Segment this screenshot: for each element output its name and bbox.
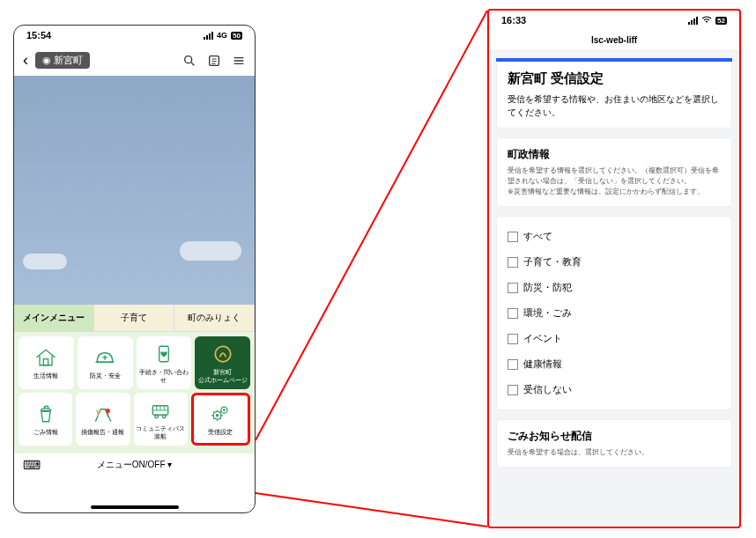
bottom-bar: ⌨ メニューON/OFF ▾ [14,453,255,476]
svg-point-0 [185,55,192,63]
settings-body: 新宮町 受信設定 受信を希望する情報や、お住まいの地区などを選択してください。 … [489,51,739,525]
section-town-info: 町政情報 受信を希望する情報を選択してください。（複数選択可）受信を希望されない… [496,137,732,207]
signal-icon [688,17,698,25]
road-pin-icon [91,402,115,426]
checkbox-icon [508,257,518,268]
section-description: 受信を希望する場合は、選択してください。 [508,447,721,458]
phone-left: 15:54 4G 50 ‹ ◉ 新宮町 メインメニ [13,25,256,513]
grid-label: コミュニティバス 渡船 [136,425,185,440]
checkbox-all[interactable]: すべて [508,224,721,249]
svg-point-15 [41,409,50,412]
webview-title: lsc-web-liff [489,30,739,51]
checkbox-icon [508,232,518,242]
status-right: 4G 50 [204,31,242,40]
page-description: 受信を希望する情報や、お住まいの地区などを選択してください。 [508,92,721,119]
grid-item-procedures[interactable]: 手続き・問い合わせ [137,336,192,389]
grid-item-bus[interactable]: コミュニティバス 渡船 [134,393,188,446]
status-bar-left: 15:54 4G 50 [14,26,255,45]
tab-town-charm[interactable]: 町のみりょく [174,305,255,331]
list-icon[interactable] [207,52,221,70]
grid-item-homepage[interactable]: 新宮町 公式ホームページ [195,336,250,389]
house-icon [33,345,58,370]
checkbox-disaster[interactable]: 防災・防犯 [508,275,721,300]
cloud-decoration [180,241,241,261]
network-label: 4G [217,31,227,40]
background-sky [14,76,255,305]
back-icon[interactable]: ‹ [23,51,28,70]
menu-icon[interactable] [232,52,246,70]
grid-label: 受信設定 [208,429,233,436]
checkbox-event[interactable]: イベント [508,326,721,351]
section-garbage-notify: ごみお知らせ配信 受信を希望する場合は、選択してください。 [496,419,732,468]
status-time: 16:33 [501,15,526,26]
svg-point-20 [155,415,159,418]
wifi-badge: 50 [231,32,242,40]
keyboard-icon[interactable]: ⌨ [23,458,41,472]
checkbox-label: 防災・防犯 [523,281,572,294]
grid-item-life-info[interactable]: 生活情報 [19,336,74,389]
checkbox-none[interactable]: 受信しない [508,377,721,402]
wifi-icon [701,15,712,26]
location-name: 新宮町 [54,54,83,67]
checkbox-childcare[interactable]: 子育て・教育 [508,249,721,275]
grid-label: 生活情報 [33,372,58,380]
checkbox-list: すべて 子育て・教育 防災・防犯 環境・ごみ イベント 健康情報 受信しない [496,216,732,410]
grid-item-disaster[interactable]: 防災・安全 [78,336,133,389]
trash-icon [33,402,58,426]
helmet-icon [93,345,117,370]
section-title: ごみお知らせ配信 [508,429,721,444]
battery-badge: 52 [715,17,727,25]
checkbox-label: 子育て・教育 [523,255,582,269]
svg-line-30 [256,493,487,527]
svg-rect-9 [44,359,48,365]
checkbox-label: すべて [523,230,552,243]
svg-line-29 [256,11,487,440]
checkbox-environment[interactable]: 環境・ごみ [508,300,721,326]
location-badge[interactable]: ◉ 新宮町 [35,52,90,69]
tab-main-menu[interactable]: メインメニュー [14,305,94,331]
town-logo-icon [211,342,235,366]
menu-toggle-button[interactable]: メニューON/OFF ▾ [97,459,173,471]
tab-childcare[interactable]: 子育て [94,305,174,331]
grid-label: ごみ情報 [33,429,58,436]
shield-icon: ◉ [42,55,51,66]
checkbox-icon [508,283,518,293]
home-indicator [91,505,179,509]
checkbox-label: 環境・ごみ [523,306,572,320]
grid-label: 防災・安全 [90,372,121,380]
status-time: 15:54 [26,30,51,41]
phone-right: 16:33 52 lsc-web-liff 新宮町 受信設定 受信を希望する情報… [487,9,741,528]
grid-item-garbage[interactable]: ごみ情報 [19,393,72,446]
svg-point-21 [163,415,167,418]
grid-label: 新宮町 公式ホームページ [198,369,248,384]
svg-point-26 [216,414,219,417]
section-description: 受信を希望する情報を選択してください。（複数選択可）受信を希望されない場合は、「… [508,166,721,197]
page-title: 新宮町 受信設定 [508,70,721,87]
grid-item-damage-report[interactable]: 損傷報告・通報 [76,393,130,446]
status-right: 52 [688,15,727,26]
checkbox-icon [508,308,518,319]
app-header: ‹ ◉ 新宮町 [14,45,255,76]
phone-heart-icon [152,342,176,366]
checkbox-health[interactable]: 健康情報 [508,351,721,377]
intro-card: 新宮町 受信設定 受信を希望する情報や、お住まいの地区などを選択してください。 [496,62,732,129]
cloud-decoration [23,254,67,269]
section-title: 町政情報 [508,147,721,162]
gear-icon [208,402,233,426]
svg-line-1 [191,63,194,65]
signal-icon [204,32,213,40]
checkbox-icon [508,385,518,395]
grid-item-receive-settings[interactable]: 受信設定 [191,393,250,446]
tab-bar: メインメニュー 子育て 町のみりょく [14,305,255,332]
checkbox-label: 受信しない [523,383,572,396]
svg-point-16 [106,409,110,413]
grid-label: 手続き・問い合わせ [138,369,190,384]
search-icon[interactable] [182,52,196,70]
bus-icon [148,398,173,423]
checkbox-icon [508,359,518,370]
checkbox-icon [508,334,518,344]
checkbox-label: イベント [523,332,562,345]
grid-label: 損傷報告・通報 [81,429,124,436]
status-bar-right: 16:33 52 [489,11,739,30]
svg-point-28 [223,409,226,412]
